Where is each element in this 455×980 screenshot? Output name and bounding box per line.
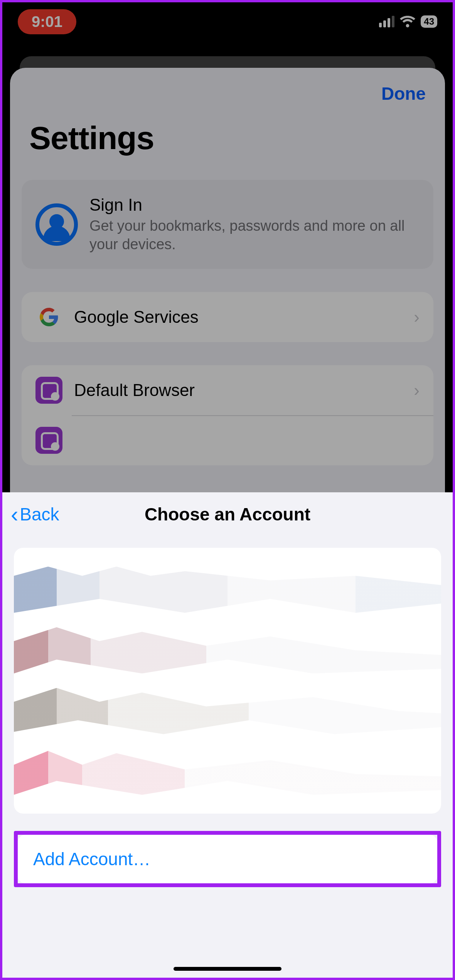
- user-circle-icon: [35, 203, 78, 246]
- google-services-section: Google Services ›: [22, 292, 433, 342]
- google-services-row[interactable]: Google Services ›: [22, 292, 433, 342]
- choose-account-modal: ‹ Back Choose an Account Add Account…: [2, 492, 453, 978]
- browser-section: Default Browser ›: [22, 365, 433, 465]
- battery-icon: 43: [421, 15, 437, 28]
- recording-time-pill: 9:01: [18, 9, 76, 34]
- add-account-button[interactable]: Add Account…: [18, 835, 437, 883]
- google-services-label: Google Services: [74, 307, 402, 327]
- account-row-redacted[interactable]: [14, 688, 441, 734]
- sign-in-title: Sign In: [89, 195, 420, 215]
- account-row-redacted[interactable]: [14, 748, 441, 795]
- cellular-icon: [379, 16, 394, 27]
- wifi-icon: [400, 16, 415, 27]
- back-label: Back: [20, 504, 59, 525]
- account-row-redacted[interactable]: [14, 567, 441, 613]
- chevron-right-icon: ›: [414, 381, 420, 400]
- search-engine-row[interactable]: [22, 415, 433, 465]
- home-indicator[interactable]: [174, 967, 281, 971]
- back-button[interactable]: ‹ Back: [11, 504, 59, 525]
- default-browser-row[interactable]: Default Browser ›: [22, 365, 433, 415]
- search-engine-icon: [35, 427, 62, 454]
- account-row-redacted[interactable]: [14, 627, 441, 673]
- page-title: Settings: [10, 108, 445, 180]
- google-logo-icon: [35, 304, 62, 331]
- status-bar: 9:01 43: [2, 2, 453, 41]
- done-button[interactable]: Done: [381, 83, 426, 104]
- sign-in-card[interactable]: Sign In Get your bookmarks, passwords an…: [22, 180, 433, 269]
- modal-title: Choose an Account: [145, 504, 310, 525]
- default-browser-icon: [35, 377, 62, 404]
- chevron-left-icon: ‹: [11, 505, 18, 523]
- account-list: [14, 548, 441, 814]
- sign-in-subtitle: Get your bookmarks, passwords and more o…: [89, 217, 420, 253]
- add-account-highlight: Add Account…: [14, 831, 441, 887]
- status-right: 43: [379, 15, 437, 28]
- chevron-right-icon: ›: [414, 307, 420, 327]
- default-browser-label: Default Browser: [74, 381, 402, 400]
